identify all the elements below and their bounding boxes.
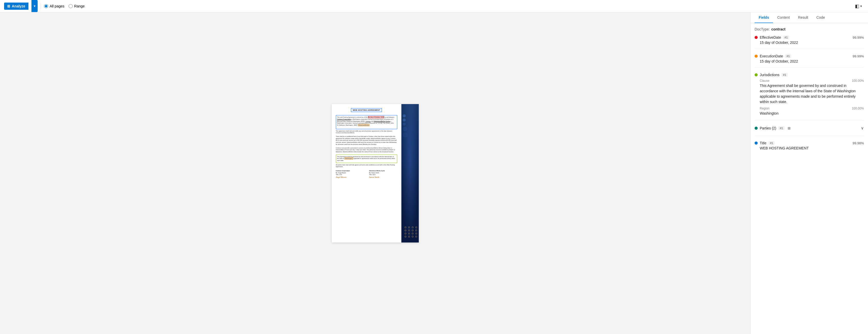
- field-parties-header: Parties (2) #1 ⊞ ∨: [754, 126, 864, 131]
- party1-name: Contoso Corporation: [336, 170, 364, 172]
- effective-date-value: 15 day of October, 2022: [754, 40, 864, 45]
- party2-by: By: Aaron Smith: [369, 172, 397, 174]
- effective-date-name: EffectiveDate: [760, 35, 781, 39]
- party1-by: By: Angel Brown: [336, 172, 364, 174]
- jurisdictions-region: Region 100.00% Washington: [760, 107, 864, 116]
- parties-name: Parties (2): [760, 126, 776, 130]
- party-contoso: Contoso Corporation By: Angel Brown Titl…: [336, 170, 364, 179]
- execution-date-dot: [754, 55, 758, 58]
- doc-title-box: WEB HOSTING AGREEMENT: [351, 108, 382, 112]
- effective-date-tag: #1: [783, 36, 789, 39]
- expand-icon[interactable]: ∨: [861, 126, 864, 131]
- layer-button[interactable]: ◧ ▾: [853, 2, 864, 10]
- party1-sig: Angel Brown: [336, 176, 364, 179]
- toolbar-right: ◧ ▾: [853, 2, 864, 10]
- analyze-label: Analyze: [12, 4, 25, 8]
- field-jurisdictions: Jurisdictions #1 Clause 100.00% This Agr…: [754, 73, 864, 120]
- doctype-value: contract: [771, 27, 785, 31]
- field-title: Title #1 99.98% WEB HOSTING AGREEMENT: [754, 141, 864, 154]
- panel-content: DocType: contract EffectiveDate #1 99.99…: [750, 23, 868, 334]
- jurisdictions-tag: #1: [781, 73, 787, 77]
- jurisdiction-text: This Agreement shall be governed by and …: [337, 156, 396, 162]
- parties-dot: [754, 127, 758, 130]
- all-pages-label[interactable]: All pages: [44, 4, 64, 8]
- all-pages-radio[interactable]: [44, 4, 48, 8]
- analyze-dropdown-button[interactable]: ▾: [31, 0, 38, 12]
- party2-title: Title: CEO: [369, 174, 397, 176]
- title-tag: #1: [768, 141, 775, 145]
- doc-final: All parties have read and fully agree to…: [336, 164, 397, 168]
- tab-fields[interactable]: Fields: [754, 12, 773, 23]
- parties-tag: #1: [778, 127, 784, 130]
- doctype-row: DocType: contract: [754, 27, 864, 31]
- region-label-row: Region 100.00%: [760, 107, 864, 110]
- jurisdictions-dot: [754, 73, 758, 76]
- title-name: Title: [760, 141, 766, 145]
- execution-date-name: ExecutionDate: [760, 54, 783, 58]
- toolbar: ⊞ Analyze ▾ All pages Range ◧ ▾: [0, 0, 868, 12]
- doc-p4: Contoso must provide a person(s) to corr…: [336, 147, 397, 153]
- dot-grid: [405, 227, 417, 238]
- parties-section: Contoso Corporation By: Angel Brown Titl…: [336, 170, 397, 179]
- adventureworks-highlight: AdventureWorks: [358, 124, 370, 126]
- analyze-icon: ⊞: [7, 4, 10, 8]
- clause-value: This Agreement shall be governed by and …: [760, 83, 864, 105]
- table-icon: ⊞: [787, 126, 791, 130]
- date-highlight: 3rd day of October, 2022: [368, 116, 384, 118]
- doc-jurisdiction-box: This Agreement shall be governed by and …: [336, 155, 397, 163]
- region-value: Washington: [760, 111, 864, 116]
- doc-p3: There shall be no additional fees of any…: [336, 136, 397, 145]
- analyze-button[interactable]: ⊞ Analyze: [4, 3, 28, 10]
- region-confidence: 100.00%: [852, 107, 864, 110]
- doctype-label: DocType:: [754, 27, 770, 31]
- effective-date-confidence: 99.99%: [852, 36, 864, 39]
- field-execution-date-header: ExecutionDate #1 99.99%: [754, 54, 864, 58]
- field-title-header: Title #1 99.98%: [754, 141, 864, 145]
- doc-p2: This agreement shall void and nullify an…: [336, 130, 397, 134]
- execution-date-value: 15 day of October, 2022: [754, 59, 864, 63]
- field-effective-date-header: EffectiveDate #1 99.99%: [754, 35, 864, 39]
- tab-content[interactable]: Content: [773, 12, 794, 23]
- doc-intro-box: This web Hosting Agreement is entered as…: [336, 115, 397, 129]
- main-area: WEB HOSTING AGREEMENT This web Hosting A…: [0, 12, 868, 334]
- chevron-down-icon: ▾: [34, 4, 36, 8]
- jurisdictions-name: Jurisdictions: [760, 73, 779, 77]
- effective-date-dot: [754, 36, 758, 39]
- region-label: Region: [760, 107, 770, 110]
- document-page: WEB HOSTING AGREEMENT This web Hosting A…: [332, 104, 419, 243]
- clause-confidence: 100.00%: [852, 79, 864, 83]
- title-value: WEB HOSTING AGREEMENT: [754, 146, 864, 150]
- decorative-circles: [403, 114, 408, 138]
- decorative-strip: [401, 104, 419, 243]
- party2-sig: Aaron Smith: [369, 176, 397, 179]
- page-range-group: All pages Range: [44, 4, 85, 8]
- right-panel: Fields Content Result Code DocType: cont…: [750, 12, 868, 334]
- range-label[interactable]: Range: [69, 4, 85, 8]
- clause-label-row: Clause 100.00%: [760, 79, 864, 83]
- field-jurisdictions-header: Jurisdictions #1: [754, 73, 864, 77]
- field-effective-date: EffectiveDate #1 99.99% 15 day of Octobe…: [754, 35, 864, 49]
- document-viewer: WEB HOSTING AGREEMENT This web Hosting A…: [0, 12, 750, 334]
- doc-intro-text: This web Hosting Agreement is entered as…: [337, 116, 396, 126]
- layer-icon: ◧: [855, 3, 859, 9]
- tabs-bar: Fields Content Result Code: [750, 12, 868, 23]
- washington-highlight: Washington: [344, 158, 353, 160]
- field-execution-date: ExecutionDate #1 99.99% 15 day of Octobe…: [754, 54, 864, 68]
- toolbar-divider: [41, 3, 41, 9]
- execution-date-tag: #1: [785, 54, 791, 58]
- field-parties: Parties (2) #1 ⊞ ∨: [754, 126, 864, 136]
- execution-date-confidence: 99.99%: [852, 54, 864, 58]
- jurisdictions-clause: Clause 100.00% This Agreement shall be g…: [760, 79, 864, 105]
- title-dot: [754, 141, 758, 145]
- title-confidence: 99.98%: [852, 141, 864, 145]
- party2-name: Adventure Works Cycle: [369, 170, 397, 172]
- chevron-down-small-icon: ▾: [860, 4, 862, 8]
- party1-title: Title: CTO: [336, 174, 364, 176]
- tab-result[interactable]: Result: [794, 12, 812, 23]
- tab-code[interactable]: Code: [812, 12, 829, 23]
- party-adventure: Adventure Works Cycle By: Aaron Smith Ti…: [369, 170, 397, 179]
- clause-label: Clause: [760, 79, 769, 83]
- document-content: WEB HOSTING AGREEMENT This web Hosting A…: [332, 104, 401, 183]
- range-radio[interactable]: [69, 4, 73, 8]
